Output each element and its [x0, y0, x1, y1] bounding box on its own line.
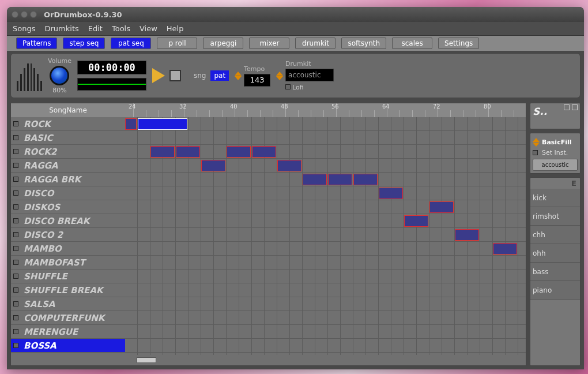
sequencer-body[interactable]: ROCKBASICROCK2RAGGARAGGA BRKDISCODISKOSD…: [11, 117, 526, 365]
pattern-clip[interactable]: [455, 229, 479, 241]
track-mute-checkbox[interactable]: [13, 287, 18, 293]
popout2-icon[interactable]: [572, 104, 578, 110]
instrument-item[interactable]: bass: [530, 263, 580, 281]
track-row[interactable]: MAMBOFAST: [11, 256, 125, 270]
menu-songs[interactable]: Songs: [13, 24, 35, 33]
drumkit-button[interactable]: accoustic: [533, 159, 578, 171]
pattern-clip[interactable]: [328, 174, 352, 185]
pattern-spinner[interactable]: [533, 138, 540, 147]
popout-icon[interactable]: [564, 104, 570, 110]
track-row[interactable]: DISCO BREAK: [11, 214, 125, 228]
pat-toggle[interactable]: pat: [210, 70, 229, 81]
pattern-clip[interactable]: [277, 160, 301, 171]
track-mute-checkbox[interactable]: [13, 232, 18, 237]
pattern-clip[interactable]: [227, 146, 251, 158]
menu-tools[interactable]: Tools: [112, 24, 130, 33]
track-mute-checkbox[interactable]: [13, 315, 18, 320]
track-mute-checkbox[interactable]: [13, 177, 18, 182]
track-mute-checkbox[interactable]: [13, 204, 18, 210]
instrument-item[interactable]: piano: [530, 281, 580, 300]
tab-arpeggi[interactable]: arpeggi: [203, 38, 243, 49]
timecode: 00:00:00: [77, 61, 146, 74]
pattern-clip[interactable]: [201, 160, 225, 171]
track-row[interactable]: DISKOS: [11, 200, 125, 214]
tab-drumkit[interactable]: drumkit: [295, 38, 336, 49]
menu-edit[interactable]: Edit: [88, 24, 103, 33]
track-mute-checkbox[interactable]: [13, 260, 18, 265]
track-row[interactable]: RAGGA: [11, 159, 125, 173]
track-mute-checkbox[interactable]: [13, 343, 18, 348]
track-row[interactable]: MERENGUE: [11, 325, 125, 339]
pattern-clip[interactable]: [429, 201, 454, 213]
pattern-properties: BasicFill Set Inst. accoustic: [530, 133, 581, 174]
tab-Patterns[interactable]: Patterns: [16, 38, 57, 49]
track-mute-checkbox[interactable]: [13, 121, 18, 126]
tab-softsynth[interactable]: softsynth: [341, 38, 386, 49]
window-maximize-icon[interactable]: [30, 11, 37, 18]
track-mute-checkbox[interactable]: [13, 163, 18, 168]
sng-toggle[interactable]: sng: [190, 70, 209, 81]
drumkit-select[interactable]: accoustic: [285, 69, 334, 81]
tab-scales[interactable]: scales: [392, 38, 432, 49]
drumkit-spinner[interactable]: [276, 72, 283, 80]
pattern-clip[interactable]: [353, 174, 378, 185]
instrument-item[interactable]: rimshot: [530, 207, 580, 226]
play-button[interactable]: [152, 68, 165, 83]
track-mute-checkbox[interactable]: [13, 274, 18, 279]
instrument-item[interactable]: ohh: [530, 244, 580, 263]
track-row[interactable]: SHUFFLE: [11, 270, 125, 283]
pattern-clip[interactable]: [493, 243, 517, 255]
horizontal-zoom[interactable]: [125, 355, 526, 365]
track-mute-checkbox[interactable]: [13, 135, 18, 140]
pattern-clip[interactable]: [379, 188, 403, 199]
track-row[interactable]: MAMBO: [11, 242, 125, 256]
track-mute-checkbox[interactable]: [13, 149, 18, 154]
track-mute-checkbox[interactable]: [13, 190, 18, 196]
tab-Settings[interactable]: Settings: [438, 38, 479, 49]
track-label: RAGGA: [24, 160, 58, 171]
pattern-clip[interactable]: [125, 118, 137, 130]
menu-view[interactable]: View: [140, 24, 157, 33]
titlebar[interactable]: OrDrumbox-0.9.30: [7, 7, 584, 22]
pattern-clip[interactable]: [176, 146, 200, 158]
menu-help[interactable]: Help: [167, 24, 184, 33]
track-row[interactable]: BASIC: [11, 131, 125, 145]
volume-dial[interactable]: [50, 66, 69, 85]
track-row[interactable]: BOSSA: [11, 339, 125, 353]
track-mute-checkbox[interactable]: [13, 301, 18, 306]
tempo-spinner[interactable]: [235, 72, 242, 80]
track-row[interactable]: DISCO 2: [11, 228, 125, 242]
instrument-item[interactable]: kick: [530, 189, 580, 207]
track-row[interactable]: DISCO: [11, 186, 125, 200]
pattern-clip[interactable]: [138, 118, 187, 130]
window-minimize-icon[interactable]: [21, 11, 28, 18]
track-row[interactable]: ROCK2: [11, 145, 125, 159]
progress-bar[interactable]: [77, 78, 146, 91]
tab-p-roll[interactable]: p roll: [157, 38, 197, 49]
track-mute-checkbox[interactable]: [13, 218, 18, 223]
track-row[interactable]: SHUFFLE BREAK: [11, 283, 125, 297]
pattern-name[interactable]: BasicFill: [542, 139, 571, 146]
pattern-clip[interactable]: [252, 146, 276, 158]
time-ruler[interactable]: [125, 103, 526, 117]
tab-mixer[interactable]: mixer: [249, 38, 289, 49]
set-inst-checkbox[interactable]: Set Inst.: [533, 149, 578, 156]
track-mute-checkbox[interactable]: [13, 246, 18, 251]
tab-step-seq[interactable]: step seq: [63, 38, 105, 49]
track-row[interactable]: ROCK: [11, 117, 125, 131]
pattern-clip[interactable]: [303, 174, 327, 185]
zoom-handle[interactable]: [137, 357, 156, 363]
pattern-clip[interactable]: [404, 215, 428, 227]
track-row[interactable]: RAGGA BRK: [11, 173, 125, 186]
instrument-item[interactable]: chh: [530, 226, 580, 244]
tempo-input[interactable]: [244, 74, 270, 87]
pattern-clip[interactable]: [150, 146, 175, 158]
stop-button[interactable]: [169, 70, 181, 81]
window-close-icon[interactable]: [12, 11, 18, 18]
tab-pat-seq[interactable]: pat seq: [111, 38, 151, 49]
menu-drumkits[interactable]: Drumkits: [44, 24, 78, 33]
track-row[interactable]: COMPUTERFUNK: [11, 311, 125, 325]
track-mute-checkbox[interactable]: [13, 329, 18, 334]
lofi-checkbox[interactable]: Lofi: [285, 84, 334, 91]
track-row[interactable]: SALSA: [11, 297, 125, 311]
